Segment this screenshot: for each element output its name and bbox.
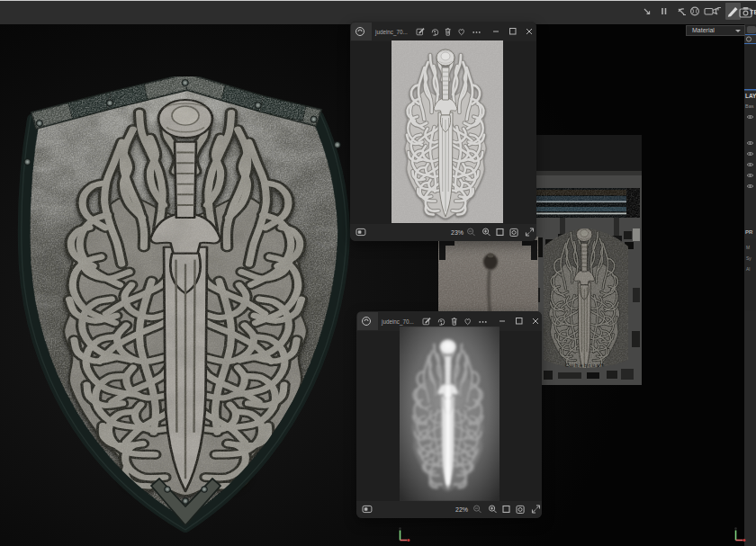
svg-text:M: M [746,245,750,250]
svg-text:Bas: Bas [745,103,754,109]
svg-text:PR: PR [745,229,753,235]
svg-text:Sy: Sy [746,255,752,261]
svg-text:Al: Al [746,266,750,272]
svg-text:C u b e b r u s h: C u b e b r u s h [565,363,604,368]
svg-text:LAY: LAY [745,93,756,99]
